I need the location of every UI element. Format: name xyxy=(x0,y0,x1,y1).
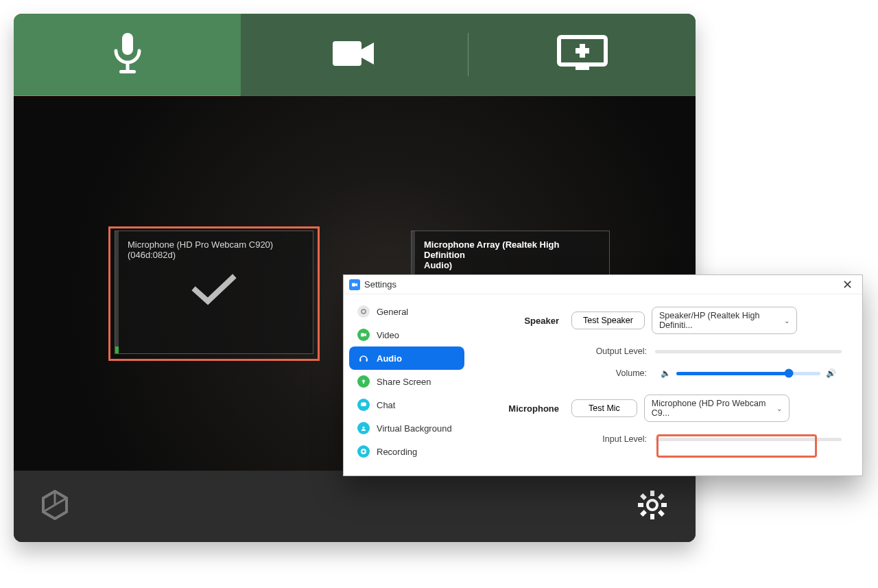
test-speaker-button[interactable]: Test Speaker xyxy=(571,311,645,329)
logo-icon xyxy=(41,490,69,523)
microphone-select[interactable]: Microphone (HD Pro Webcam C9... ⌄ xyxy=(644,395,790,422)
headphones-icon xyxy=(357,352,370,364)
sidebar-label-general: General xyxy=(377,307,408,317)
svg-rect-0 xyxy=(122,33,133,55)
svg-rect-5 xyxy=(576,66,589,70)
sidebar-item-recording[interactable]: Recording xyxy=(349,440,464,463)
sidebar-label-rec: Recording xyxy=(377,447,417,457)
svg-rect-12 xyxy=(640,493,647,500)
svg-rect-9 xyxy=(650,514,654,519)
speaker-high-icon: 🔊 xyxy=(820,368,842,378)
close-icon[interactable]: ✕ xyxy=(838,277,857,292)
volume-slider[interactable] xyxy=(676,372,820,375)
svg-rect-15 xyxy=(658,510,665,517)
svg-point-24 xyxy=(362,450,365,453)
audio-tab[interactable] xyxy=(14,14,241,95)
svg-rect-3 xyxy=(333,41,361,66)
input-level-label: Input Level: xyxy=(484,434,647,444)
svg-rect-1 xyxy=(126,62,129,71)
level-bar xyxy=(115,231,119,353)
speaker-low-icon: 🔈 xyxy=(655,368,676,378)
speaker-select[interactable]: Speaker/HP (Realtek High Definiti... ⌄ xyxy=(652,307,797,334)
video-small-icon xyxy=(357,329,370,341)
input-level-meter xyxy=(655,438,842,441)
mic-right-line2: Audio) xyxy=(424,260,600,270)
chevron-down-icon: ⌄ xyxy=(776,405,782,412)
microphone-selected: Microphone (HD Pro Webcam C9... xyxy=(652,399,776,418)
svg-rect-21 xyxy=(361,403,366,407)
sidebar-item-video[interactable]: Video xyxy=(349,323,464,346)
settings-title: Settings xyxy=(364,279,396,290)
zoom-settings-window: Settings ✕ General Video Audio Share Scr… xyxy=(343,274,863,476)
sidebar-label-video: Video xyxy=(377,330,399,340)
sidebar-item-vbg[interactable]: Virtual Background xyxy=(349,416,464,440)
settings-gear-icon[interactable] xyxy=(637,489,668,524)
svg-rect-19 xyxy=(359,359,361,362)
chevron-down-icon: ⌄ xyxy=(784,317,790,325)
sidebar-label-share: Share Screen xyxy=(377,377,431,387)
svg-rect-20 xyxy=(366,359,368,362)
svg-rect-8 xyxy=(650,491,654,496)
output-level-meter xyxy=(655,350,842,353)
chat-small-icon xyxy=(357,399,370,411)
sidebar-item-general[interactable]: General xyxy=(349,300,464,323)
svg-rect-7 xyxy=(576,48,589,54)
share-tab[interactable] xyxy=(468,14,696,95)
sidebar-label-vbg: Virtual Background xyxy=(377,423,452,434)
checkmark-icon xyxy=(125,272,303,307)
svg-rect-2 xyxy=(119,70,136,73)
svg-point-22 xyxy=(362,426,364,428)
video-camera-icon xyxy=(330,37,379,73)
svg-rect-13 xyxy=(658,493,665,500)
settings-sidebar: General Video Audio Share Screen Chat Vi… xyxy=(344,294,470,475)
settings-titlebar: Settings ✕ xyxy=(344,275,862,294)
settings-content: Speaker Test Speaker Speaker/HP (Realtek… xyxy=(470,294,862,475)
video-tab[interactable] xyxy=(241,14,468,95)
sidebar-item-audio[interactable]: Audio xyxy=(349,346,464,370)
microphone-icon xyxy=(108,32,147,78)
svg-rect-11 xyxy=(661,503,667,507)
bottom-bar xyxy=(14,471,696,542)
sidebar-item-chat[interactable]: Chat xyxy=(349,393,464,416)
speaker-selected: Speaker/HP (Realtek High Definiti... xyxy=(659,311,784,330)
mic-option-left[interactable]: Microphone (HD Pro Webcam C920) (046d:08… xyxy=(115,231,313,354)
svg-rect-16 xyxy=(352,283,355,286)
record-small-icon xyxy=(357,445,370,458)
vbg-small-icon xyxy=(357,422,370,434)
share-screen-icon xyxy=(555,34,610,75)
svg-rect-10 xyxy=(638,503,643,507)
mic-left-line1: Microphone (HD Pro Webcam C920) xyxy=(128,239,303,250)
sidebar-label-audio: Audio xyxy=(377,353,402,364)
share-small-icon xyxy=(357,375,370,388)
volume-label: Volume: xyxy=(484,368,647,378)
zoom-app-icon xyxy=(349,279,360,290)
gear-small-icon xyxy=(357,305,370,318)
mic-left-line2: (046d:082d) xyxy=(128,250,303,260)
speaker-label: Speaker xyxy=(484,316,559,326)
output-level-label: Output Level: xyxy=(484,346,647,356)
svg-rect-14 xyxy=(640,510,647,517)
sidebar-item-share[interactable]: Share Screen xyxy=(349,370,464,393)
svg-rect-18 xyxy=(361,333,364,337)
sidebar-label-chat: Chat xyxy=(377,400,395,410)
microphone-label: Microphone xyxy=(484,403,559,414)
top-tabs xyxy=(14,14,696,96)
svg-point-17 xyxy=(361,309,366,314)
mic-right-line1: Microphone Array (Realtek High Definitio… xyxy=(424,239,600,260)
test-mic-button[interactable]: Test Mic xyxy=(571,399,637,417)
